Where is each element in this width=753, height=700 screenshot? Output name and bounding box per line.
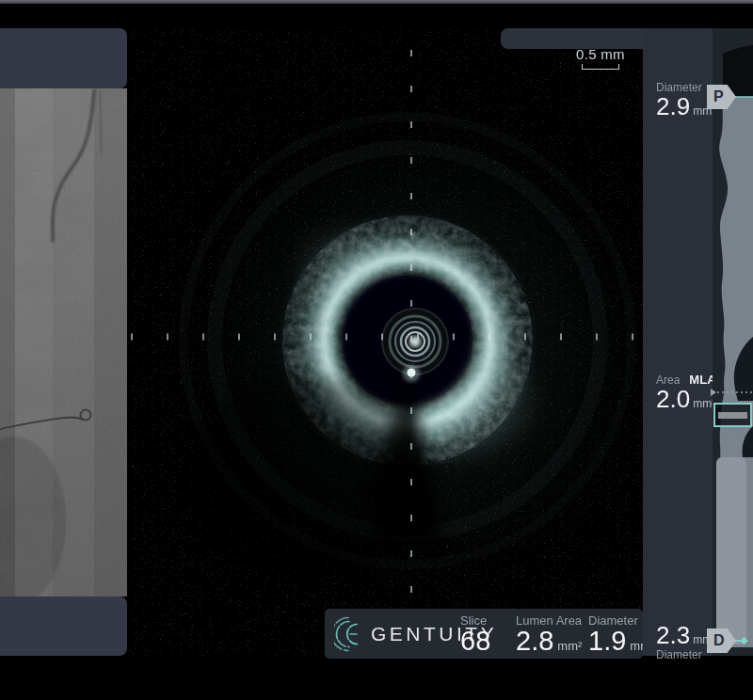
scale-bar: 0.5 mm: [563, 46, 638, 70]
slice-indicator[interactable]: [714, 404, 751, 426]
mla-marker-arrow-icon: [711, 389, 716, 396]
window-top-edge: [0, 0, 753, 4]
distal-measurement: 2.3 mm Diameter: [656, 623, 712, 661]
angio-card: [0, 28, 127, 656]
proximal-diameter-value: 2.9: [656, 94, 690, 119]
measurement-panel: Diameter 2.9 mm Area MLA 2.0 mm² 2.3 mm …: [643, 28, 713, 656]
scale-bar-label: 0.5 mm: [563, 46, 638, 62]
lumen-area-unit: mm²: [557, 639, 582, 653]
diameter-value: 1.9: [588, 628, 626, 655]
slice-stat: Slice 68: [460, 613, 490, 655]
mla-area-value: 2.0: [656, 387, 690, 412]
bottom-bar: [0, 659, 753, 700]
proximal-measurement: Diameter 2.9 mm: [656, 81, 712, 119]
oct-catheter: [382, 309, 448, 374]
angio-header-band: [0, 28, 127, 88]
lumen-area-value: 2.8: [516, 628, 553, 655]
diameter-stat: Diameter 1.9 mm: [588, 613, 650, 655]
scale-bar-bracket: [582, 64, 619, 70]
lumen-area-stat: Lumen Area 2.8 mm²: [516, 613, 582, 655]
strip-distal-segment: [716, 457, 746, 644]
app-window: 0.5 mm GENTUITY Slice 68 Lumen Area 2.8: [0, 0, 753, 700]
gentuity-arcs-icon: [334, 615, 368, 653]
oct-view[interactable]: [130, 28, 643, 656]
longitudinal-strip[interactable]: [713, 28, 753, 656]
mla-measurement: Area MLA 2.0 mm²: [656, 373, 716, 412]
stats-bar: GENTUITY Slice 68 Lumen Area 2.8 mm² Dia…: [325, 609, 643, 659]
angiogram-view[interactable]: [0, 88, 127, 597]
angio-footer-band: [0, 597, 127, 656]
slice-value: 68: [460, 628, 490, 655]
distal-diameter-value: 2.3: [656, 623, 690, 648]
